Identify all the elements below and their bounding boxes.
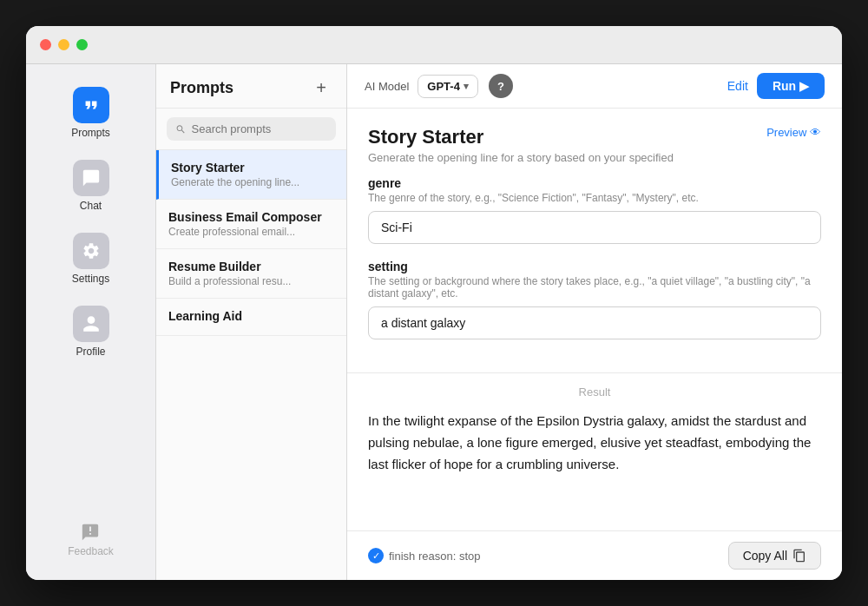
genre-field-hint: The genre of the story, e.g., "Science F… <box>368 192 821 204</box>
genre-field-section: genre The genre of the story, e.g., "Sci… <box>368 176 821 244</box>
search-input-wrap <box>167 117 336 141</box>
main-toolbar: AI Model GPT-4 ▾ ? Edit Run ▶ <box>347 64 842 109</box>
prompt-item-learning-aid[interactable]: Learning Aid <box>156 299 346 336</box>
sidebar-item-settings[interactable]: Settings <box>26 224 155 293</box>
sidebar-item-chat[interactable]: Chat <box>26 151 155 221</box>
maximize-button[interactable] <box>76 39 88 50</box>
copy-icon <box>792 549 806 563</box>
titlebar <box>26 26 842 64</box>
quote-icon <box>82 96 101 115</box>
model-selector[interactable]: GPT-4 ▾ <box>418 75 478 98</box>
result-section: Result In the twilight expanse of the Ep… <box>347 372 842 504</box>
prompt-desc-business-email: Create professional email... <box>168 226 334 238</box>
prompt-title-resume-builder: Resume Builder <box>168 260 334 273</box>
prompt-detail-title: Story Starter <box>368 126 674 148</box>
feedback-label: Feedback <box>68 545 114 557</box>
app-body: Prompts Chat Settings <box>26 64 842 580</box>
profile-icon-bg <box>73 306 109 342</box>
result-label: Result <box>368 385 821 399</box>
main-scroll: Story Starter Generate the opening line … <box>347 109 842 530</box>
person-icon <box>82 314 101 333</box>
chevron-down-icon: ▾ <box>464 81 469 92</box>
minimize-button[interactable] <box>58 39 69 50</box>
sidebar-label-settings: Settings <box>72 273 109 285</box>
prompts-panel: Prompts + Story Starter Generate the ope… <box>156 64 347 580</box>
main-content: AI Model GPT-4 ▾ ? Edit Run ▶ Story Star… <box>347 64 842 580</box>
setting-field-label: setting <box>368 260 821 273</box>
ai-model-label: AI Model <box>365 80 409 93</box>
gear-icon <box>82 241 101 260</box>
prompts-panel-title: Prompts <box>170 79 233 97</box>
feedback-icon <box>81 523 100 542</box>
search-bar <box>156 109 346 150</box>
help-button[interactable]: ? <box>489 74 513 98</box>
setting-field-section: setting The setting or background where … <box>368 260 821 339</box>
prompt-detail: Story Starter Generate the opening line … <box>347 109 842 372</box>
copy-all-label: Copy All <box>743 549 787 563</box>
prompt-title-learning-aid: Learning Aid <box>168 309 334 323</box>
search-icon <box>175 123 187 135</box>
add-prompt-button[interactable]: + <box>310 76 332 99</box>
run-button[interactable]: Run ▶ <box>757 73 825 99</box>
prompt-item-resume-builder[interactable]: Resume Builder Build a professional resu… <box>156 249 346 299</box>
chat-icon <box>82 168 101 188</box>
sidebar-item-feedback[interactable]: Feedback <box>54 514 128 566</box>
prompt-desc-resume-builder: Build a professional resu... <box>168 275 334 287</box>
sidebar-label-prompts: Prompts <box>71 127 110 139</box>
prompt-title-business-email: Business Email Composer <box>168 210 334 224</box>
edit-button[interactable]: Edit <box>727 79 748 93</box>
finish-reason: ✓ finish reason: stop <box>368 548 481 563</box>
app-window: Prompts Chat Settings <box>26 26 842 580</box>
traffic-lights <box>40 39 88 50</box>
prompt-detail-info: Story Starter Generate the opening line … <box>368 126 674 164</box>
prompt-title-story-starter: Story Starter <box>171 161 334 175</box>
finish-reason-text: finish reason: stop <box>389 550 481 563</box>
sidebar-label-chat: Chat <box>80 200 102 212</box>
copy-all-button[interactable]: Copy All <box>728 542 821 570</box>
preview-button[interactable]: Preview 👁 <box>766 126 821 139</box>
prompt-item-story-starter[interactable]: Story Starter Generate the opening line.… <box>156 150 346 200</box>
prompt-detail-subtitle: Generate the opening line for a story ba… <box>368 151 674 164</box>
setting-input[interactable] <box>368 306 821 339</box>
finish-check-icon: ✓ <box>368 548 384 563</box>
result-text: In the twilight expanse of the Epsilon D… <box>368 411 821 492</box>
model-value: GPT-4 <box>427 80 460 93</box>
result-footer: ✓ finish reason: stop Copy All <box>347 530 842 580</box>
sidebar: Prompts Chat Settings <box>26 64 156 580</box>
sidebar-label-profile: Profile <box>76 346 105 358</box>
genre-input[interactable] <box>368 211 821 244</box>
genre-field-label: genre <box>368 176 821 190</box>
sidebar-item-profile[interactable]: Profile <box>26 297 155 366</box>
prompt-item-business-email[interactable]: Business Email Composer Create professio… <box>156 200 346 249</box>
setting-field-hint: The setting or background where the stor… <box>368 275 821 300</box>
settings-icon-bg <box>73 233 109 269</box>
prompt-desc-story-starter: Generate the opening line... <box>171 176 334 188</box>
prompt-detail-header: Story Starter Generate the opening line … <box>368 126 821 164</box>
chat-icon-bg <box>73 160 109 196</box>
prompts-list: Story Starter Generate the opening line.… <box>156 150 346 580</box>
search-input[interactable] <box>192 122 327 135</box>
prompts-panel-header: Prompts + <box>156 64 346 109</box>
close-button[interactable] <box>40 39 51 50</box>
prompts-icon-bg <box>73 87 109 123</box>
sidebar-item-prompts[interactable]: Prompts <box>26 78 155 148</box>
